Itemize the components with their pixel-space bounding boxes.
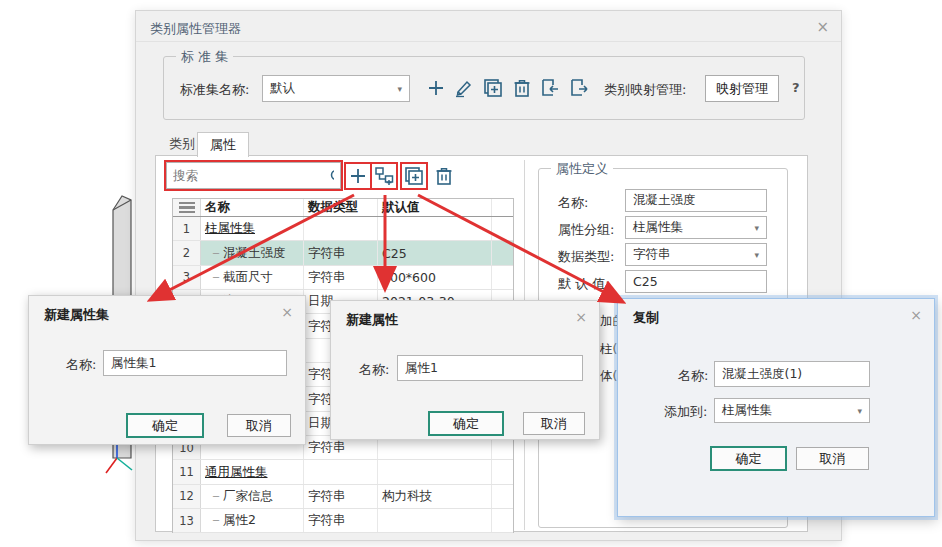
cell-type: 字符串 (304, 509, 378, 532)
cell-extra (492, 241, 513, 264)
cell-type: 字符串 (304, 266, 378, 289)
add-to-label: 添加到: (664, 403, 707, 421)
add-to-value: 柱属性集 (722, 402, 772, 419)
name-label: 名称: (678, 367, 708, 385)
cell-extra (492, 509, 513, 532)
cell-name: ─厂家信息 (201, 485, 304, 508)
pd-type-label: 数据类型: (558, 248, 614, 266)
occluded-category-list-fragment: 体( (600, 368, 618, 385)
standard-set-name-label: 标准集名称: (180, 81, 249, 99)
tree-branch-icon: ─ (213, 248, 219, 259)
table-row[interactable]: 12─厂家信息字符串构力科技 (173, 485, 513, 509)
table-header: 名称 数据类型 默认值 (173, 199, 513, 217)
cell-extra (492, 266, 513, 289)
pd-name-input[interactable]: 混凝土强度 (625, 189, 767, 212)
row-number: 3 (173, 266, 201, 289)
name-value: 属性集1 (111, 355, 156, 372)
occluded-category-list-fragment: 加的 (600, 313, 618, 330)
name-input[interactable]: 属性集1 (103, 350, 287, 376)
cell-name: 柱属性集 (201, 217, 304, 240)
cell-extra (492, 217, 513, 240)
window-close-icon[interactable]: × (816, 18, 829, 36)
help-icon[interactable]: ? (792, 80, 800, 95)
chevron-down-icon: ▾ (754, 250, 759, 260)
cell-default (378, 217, 492, 240)
cell-default (378, 460, 492, 483)
window-title: 类别属性管理器 (150, 20, 241, 38)
delete-standard-set-icon[interactable] (510, 76, 534, 100)
cell-type: 字符串 (304, 241, 378, 264)
tab-property[interactable]: 属性 (197, 132, 249, 157)
row-number: 2 (173, 241, 201, 264)
name-input[interactable]: 属性1 (397, 355, 583, 381)
export-icon[interactable] (567, 76, 591, 100)
dialog-title: 复制 (633, 309, 659, 327)
name-value: 混凝土强度(1) (722, 366, 802, 383)
copy-property-button[interactable] (402, 164, 426, 188)
row-number: 12 (173, 485, 201, 508)
add-property-button[interactable] (372, 164, 396, 188)
standard-set-name-combobox[interactable]: 默认 ▾ (262, 75, 410, 102)
table-row[interactable]: 11通用属性集 (173, 460, 513, 484)
cell-name: ─截面尺寸 (201, 266, 304, 289)
cancel-button[interactable]: 取消 (523, 412, 585, 435)
search-input-wrap (166, 162, 341, 189)
search-icon (329, 168, 334, 184)
search-input[interactable] (173, 168, 329, 183)
copy-standard-set-icon[interactable] (481, 76, 505, 100)
table-row[interactable]: 2─混凝土强度字符串C25 (173, 241, 513, 265)
close-icon[interactable]: × (910, 307, 922, 323)
pd-default-value: C25 (633, 274, 658, 289)
occluded-category-list-fragment: 柱( (600, 341, 618, 358)
pd-type-combobox[interactable]: 字符串▾ (625, 243, 767, 266)
tree-branch-icon: ─ (213, 272, 219, 283)
tree-branch-icon: ─ (213, 491, 219, 502)
pd-group-label: 属性分组: (558, 221, 614, 239)
add-property-set-button[interactable] (346, 164, 370, 188)
delete-property-icon[interactable] (432, 164, 456, 188)
cell-extra (492, 460, 513, 483)
standard-set-legend: 标 准 集 (176, 48, 233, 66)
pd-default-input[interactable]: C25 (625, 270, 767, 293)
ok-button[interactable]: 确定 (428, 411, 504, 436)
table-row[interactable]: 13─属性2字符串 (173, 509, 513, 533)
edit-icon[interactable] (452, 76, 476, 100)
pd-default-label: 默 认 值: (558, 275, 610, 293)
x-axis (106, 458, 117, 473)
drag-handle-icon[interactable] (173, 199, 201, 216)
name-label: 名称: (66, 356, 96, 374)
header-default[interactable]: 默认值 (378, 199, 492, 216)
mapping-manage-button[interactable]: 映射管理 (705, 75, 779, 102)
add-standard-set-button[interactable] (424, 76, 448, 100)
add-to-combobox[interactable]: 柱属性集▾ (714, 398, 870, 423)
chevron-down-icon: ▾ (857, 406, 862, 416)
close-icon[interactable]: × (281, 304, 293, 320)
header-name[interactable]: 名称 (201, 199, 304, 216)
pd-name-value: 混凝土强度 (633, 192, 696, 209)
tree-branch-icon: ─ (213, 515, 219, 526)
cell-default: C25 (378, 241, 492, 264)
cancel-button[interactable]: 取消 (796, 447, 869, 470)
header-type[interactable]: 数据类型 (304, 199, 378, 216)
cell-type (304, 460, 378, 483)
cell-name: ─混凝土强度 (201, 241, 304, 264)
property-definition-legend: 属性定义 (551, 160, 613, 178)
pd-name-label: 名称: (558, 194, 588, 212)
cell-extra (492, 485, 513, 508)
table-row[interactable]: 1柱属性集 (173, 217, 513, 241)
cell-default (378, 509, 492, 532)
new-property-dialog: 新建属性 × 名称: 属性1 确定 取消 (330, 300, 600, 440)
ok-button[interactable]: 确定 (710, 446, 787, 471)
y-axis (117, 458, 132, 470)
chevron-down-icon: ▾ (754, 223, 759, 233)
cancel-button[interactable]: 取消 (227, 414, 291, 437)
ok-button[interactable]: 确定 (126, 413, 204, 438)
new-property-set-dialog: 新建属性集 × 名称: 属性集1 确定 取消 (28, 295, 306, 445)
name-input[interactable]: 混凝土强度(1) (714, 361, 870, 387)
row-number: 11 (173, 460, 201, 483)
import-icon[interactable] (538, 76, 562, 100)
name-label: 名称: (359, 361, 389, 379)
table-row[interactable]: 3─截面尺寸字符串600*600 (173, 266, 513, 290)
pd-group-combobox[interactable]: 柱属性集▾ (625, 216, 767, 239)
close-icon[interactable]: × (575, 309, 587, 325)
